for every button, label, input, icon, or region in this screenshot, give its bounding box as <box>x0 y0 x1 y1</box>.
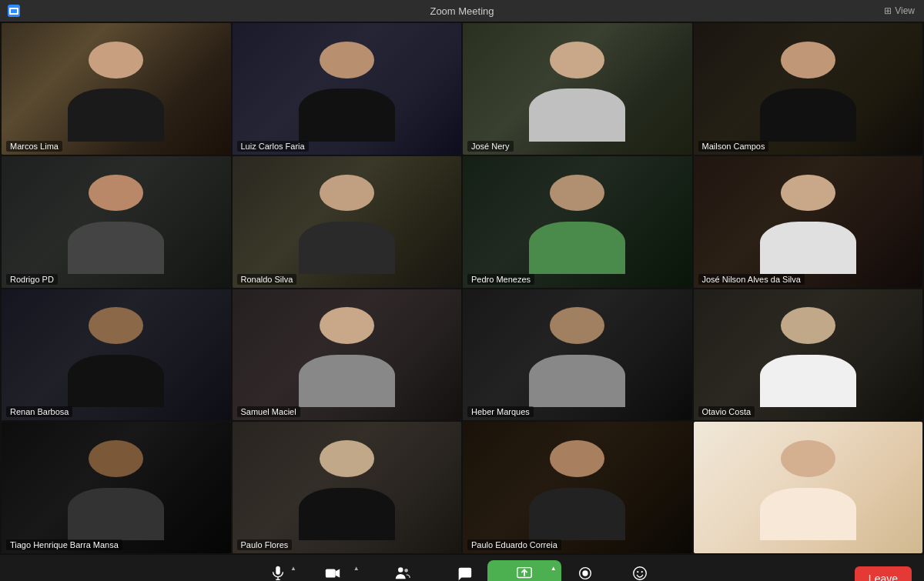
zoom-logo <box>8 5 20 17</box>
video-tile: Rodrigo PD <box>2 156 231 288</box>
reactions-button[interactable]: Reactions <box>610 560 669 582</box>
participant-name: Heber Marques <box>467 406 534 417</box>
participant-name: Ronaldo Silva <box>237 274 297 285</box>
video-tile: Pedro Menezes <box>463 156 692 288</box>
video-tile: José Nery <box>463 23 692 155</box>
video-icon <box>324 565 341 582</box>
participant-name: Renan Barbosa <box>6 406 72 417</box>
svg-point-5 <box>398 567 403 572</box>
participant-name: Pedro Menezes <box>467 274 534 285</box>
grid-icon: ⊞ <box>884 5 892 16</box>
participant-name: Otavio Costa <box>698 406 755 417</box>
video-tile: Otavio Costa <box>694 289 923 421</box>
participant-name: José Nilson Alves da Silva <box>698 274 805 285</box>
svg-rect-0 <box>276 566 280 574</box>
participant-name: Tiago Henrique Barra Mansa <box>6 539 122 550</box>
participant-name: Rodrigo PD <box>6 274 58 285</box>
participant-name: Mailson Campos <box>698 141 769 152</box>
video-grid: Marcos Lima Luiz Carlos Faria José Nery … <box>0 22 924 555</box>
stop-video-button[interactable]: ▲ Stop Video <box>301 560 364 582</box>
video-tile: Marcos Lima <box>2 23 231 155</box>
share-screen-icon <box>516 565 533 582</box>
video-tile: José Nilson Alves da Silva <box>694 156 923 288</box>
svg-point-10 <box>583 570 588 576</box>
video-tile: Samuel Maciel <box>233 289 462 421</box>
video-tile <box>694 422 923 553</box>
participant-name: Luiz Carlos Faria <box>237 141 309 152</box>
chat-icon <box>456 565 473 582</box>
share-screen-button[interactable]: ▲ Share Screen <box>487 560 561 582</box>
video-tile: Ronaldo Silva <box>233 156 462 288</box>
view-button[interactable]: ⊞ View <box>884 5 915 16</box>
toolbar: ▲ Mute ▲ Stop Video 49 Participants <box>0 555 924 581</box>
participant-name: Samuel Maciel <box>237 406 300 417</box>
svg-point-13 <box>641 571 642 573</box>
svg-point-12 <box>637 571 638 573</box>
svg-point-11 <box>633 566 646 579</box>
view-label: View <box>895 5 915 16</box>
participants-button[interactable]: 49 Participants <box>364 560 442 582</box>
window-title: Zoom Meeting <box>430 5 494 17</box>
chat-button[interactable]: Chat <box>441 560 487 582</box>
participant-name: Marcos Lima <box>6 141 62 152</box>
participant-name: Paulo Flores <box>237 539 293 550</box>
mute-caret[interactable]: ▲ <box>290 565 296 572</box>
video-caret[interactable]: ▲ <box>353 565 360 572</box>
video-tile: Tiago Henrique Barra Mansa <box>2 422 231 553</box>
participant-name: Paulo Eduardo Correia <box>467 539 561 550</box>
video-tile: Renan Barbosa <box>2 289 231 421</box>
video-tile: Mailson Campos <box>694 23 923 155</box>
video-tile: Paulo Flores <box>233 422 462 553</box>
svg-marker-4 <box>335 569 340 577</box>
microphone-icon <box>270 565 286 582</box>
participants-icon <box>394 565 411 582</box>
svg-rect-3 <box>326 569 336 577</box>
video-tile: Heber Marques <box>463 289 692 421</box>
leave-button[interactable]: Leave <box>855 566 912 581</box>
video-tile: Luiz Carlos Faria <box>233 23 462 155</box>
reactions-icon <box>631 565 648 582</box>
participant-name: José Nery <box>467 141 514 152</box>
video-tile: Paulo Eduardo Correia <box>463 422 692 553</box>
record-button[interactable]: Record <box>561 560 610 582</box>
share-caret[interactable]: ▲ <box>551 565 557 572</box>
titlebar: Zoom Meeting ⊞ View <box>0 0 924 22</box>
mute-button[interactable]: ▲ Mute <box>255 560 301 582</box>
record-icon <box>577 565 594 582</box>
svg-point-6 <box>404 569 408 573</box>
